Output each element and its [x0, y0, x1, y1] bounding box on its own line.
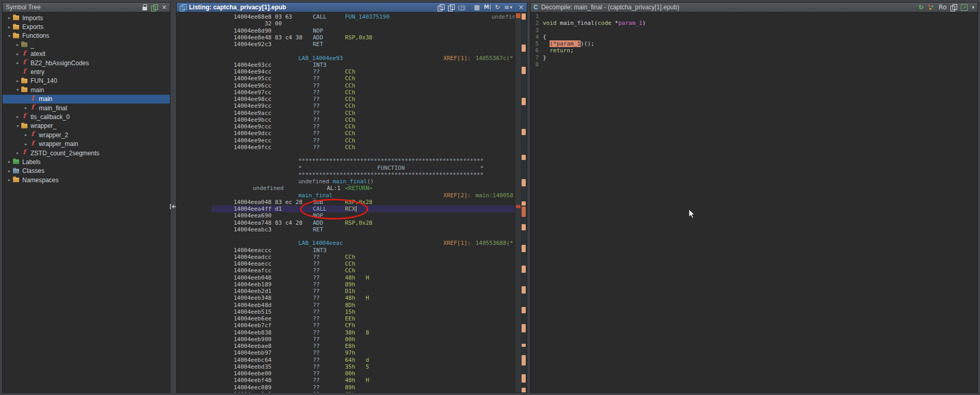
symbol-tree-titlebar[interactable]: Symbol Tree ×	[3, 3, 170, 12]
tree-expand-icon[interactable]: ▸	[6, 169, 13, 173]
tree-expand-icon[interactable]: ▸	[22, 106, 30, 110]
listing-row[interactable]: LAB_14004eeac XREF[1]: 140553688(*	[177, 240, 516, 246]
tree-item[interactable]: ▸ Classes	[3, 167, 170, 175]
listing-row[interactable]: 14004ee94 cc ?? CCh	[177, 68, 516, 75]
code-line[interactable]: 7 }	[534, 54, 977, 61]
listing-row[interactable]: 14004eeb3 48 ?? 48h H	[177, 295, 516, 301]
listing-row[interactable]: 14004eeb2 d1 ?? D1h	[177, 288, 516, 295]
listing-row[interactable]: ****************************************…	[177, 171, 516, 178]
listing-row[interactable]: 14004eebb 97 ?? 97h	[177, 349, 516, 356]
menu-icon[interactable]: ≡ ▾	[504, 4, 512, 10]
listing-row[interactable]: 14004ee9a cc ?? CCh	[177, 110, 516, 116]
tree-item[interactable]: ▸ atexit	[3, 50, 170, 58]
listing-row[interactable]	[177, 233, 516, 240]
tree-expand-icon[interactable]: ▸	[6, 16, 13, 20]
tree-expand-icon[interactable]: ▾	[14, 87, 21, 92]
listing-row[interactable]: 14004eea4 ff d1 CALL RCX	[177, 206, 516, 212]
tree-item[interactable]: ▸ tls_callback_0	[3, 112, 170, 121]
tree-item[interactable]: ▾ wrapper_	[3, 122, 170, 130]
listing-row[interactable]: 14004eebf 48 ?? 48h H	[177, 377, 516, 384]
listing-row[interactable]: 14004ee96 cc ?? CCh	[177, 82, 516, 89]
tree-expand-icon[interactable]: ▸	[22, 142, 30, 147]
chevron-down-icon[interactable]: ▾	[972, 4, 974, 10]
tree-expand-icon[interactable]: ▸	[14, 114, 21, 119]
listing-row[interactable]: 14004eeab c3 RET	[177, 226, 516, 233]
listing-row[interactable]: 14004ee93 cc INT3	[177, 62, 516, 68]
listing-row[interactable]: 14004ee92 c3 RET	[177, 41, 516, 48]
listing-row[interactable]: 14004eeba e8 ?? E8h	[177, 343, 516, 349]
code-line[interactable]: 1	[534, 13, 977, 20]
camera-icon[interactable]	[458, 6, 465, 10]
tree-item[interactable]: ▸ wrapper_2	[3, 130, 170, 139]
xref-address[interactable]: main:140058	[475, 192, 513, 199]
tree-item[interactable]: ▸ wrapper_main	[3, 139, 170, 148]
tree-item[interactable]: ▸ Exports	[3, 22, 170, 31]
listing-scrollbar[interactable]	[515, 12, 521, 392]
listing-row[interactable]: undefined main_final()	[177, 178, 516, 185]
listing-row[interactable]: 14004eec0 89 ?? 89h	[177, 384, 516, 391]
tree-expand-icon[interactable]: ▸	[6, 159, 13, 164]
listing-row[interactable]: 14004ee9d cc ?? CCh	[177, 130, 516, 137]
tree-item[interactable]: ▸ Labels	[3, 157, 170, 166]
tree-expand-icon[interactable]: ▾	[6, 34, 13, 38]
tree-item[interactable]: ▾ main	[3, 85, 170, 94]
listing-row[interactable]: 14004ee8e 48 83 c4 38 ADD RSP,0x38	[177, 34, 516, 41]
tree-item[interactable]: ▸ FUN_140	[3, 77, 170, 85]
listing-row[interactable]: ****************************************…	[177, 157, 516, 164]
listing-row[interactable]: 14004eeb9 00 ?? 00h	[177, 336, 516, 343]
code-line[interactable]: 6 return ;	[534, 47, 977, 54]
listing-row[interactable]: 14004eebe 00 ?? 00h	[177, 370, 516, 377]
xref-address[interactable]: 140553688(*	[475, 240, 513, 246]
listing-row[interactable]: 14004ee9c cc ?? CCh	[177, 123, 516, 130]
code-line[interactable]: 3	[534, 27, 977, 34]
tree-item[interactable]: entry	[3, 67, 170, 76]
highlighted-token[interactable]: (*param_1	[550, 40, 581, 47]
listing-row[interactable]: 14004ee95 cc ?? CCh	[177, 75, 516, 82]
tree-item[interactable]: main	[3, 95, 170, 104]
tree-item[interactable]: ▸ ZSTD_count_2segments	[3, 149, 170, 157]
listing-row[interactable]: 14004ee9f cc ?? CCh	[177, 144, 516, 151]
listing-row[interactable]: 14004eeb5 15 ?? 15h	[177, 309, 516, 315]
decompile-titlebar[interactable]: C Decompile: main_final - (captcha_priva…	[530, 3, 977, 12]
copy-icon[interactable]	[950, 4, 957, 11]
listing-row[interactable]: undefined AL:1 <RETURN>	[177, 185, 516, 192]
listing-row[interactable]: 14004ee97 cc ?? CCh	[177, 89, 516, 96]
listing-row[interactable]: 14004eea7 48 83 c4 28 ADD RSP,0x28	[177, 220, 516, 226]
listing-row[interactable]: 14004ee88 e8 03 63 CALL FUN_140375190 un…	[177, 13, 516, 20]
listing-row[interactable]: 14004ee99 cc ?? CCh	[177, 103, 516, 109]
snapshot-icon[interactable]	[151, 4, 157, 11]
listing-row[interactable]: LAB_14004ee93 XREF[1]: 14055367c(*	[177, 55, 516, 62]
memory-margin-icon[interactable]: M	[484, 4, 491, 10]
listing-row[interactable]: 14004eebd 35 ?? 35h 5	[177, 363, 516, 370]
tree-expand-icon[interactable]: ▸	[14, 52, 21, 56]
tree-expand-icon[interactable]: ▸	[14, 61, 21, 65]
listing-row[interactable]: 14004eebc 64 ?? 64h d	[177, 357, 516, 363]
tree-expand-icon[interactable]: ▸	[14, 151, 21, 155]
listing-row[interactable]: 14004eeac cc INT3	[177, 247, 516, 254]
tree-item[interactable]: ▸ _	[3, 40, 170, 49]
tree-item[interactable]: ▸ main_final	[3, 104, 170, 112]
lock-icon[interactable]	[142, 4, 147, 10]
tree-expand-icon[interactable]: ▾	[14, 124, 21, 128]
listing-row[interactable]: 14004eeb4 8d ?? 8Dh	[177, 302, 516, 309]
refresh-icon[interactable]: ↻	[495, 4, 500, 10]
clone-icon[interactable]	[448, 4, 454, 11]
listing-row[interactable]	[177, 48, 516, 54]
tree-expand-icon[interactable]: ▸	[6, 178, 13, 182]
listing-row[interactable]: 14004ee9e cc ?? CCh	[177, 137, 516, 144]
tree-item[interactable]: ▸ Namespaces	[3, 175, 170, 184]
duplicate-icon[interactable]	[438, 4, 444, 11]
code-line[interactable]: 5 (*param_1 )();	[534, 40, 977, 47]
listing-row[interactable]: 14004eec1 c1 ?? C1h	[177, 391, 516, 392]
listing-overview-margin[interactable]	[521, 12, 527, 392]
code-line[interactable]: 8	[534, 61, 977, 68]
listing-row[interactable]: main_final XREF[2]: main:140058	[177, 192, 516, 199]
listing-row[interactable]: 32 00	[177, 20, 516, 27]
rename-icon[interactable]: Ro	[939, 4, 946, 10]
table-icon[interactable]: ▦	[474, 4, 480, 10]
listing-row[interactable]: 14004eeb6 ee ?? EEh	[177, 315, 516, 322]
listing-row[interactable]: 14004eeae cc ?? CCh	[177, 260, 516, 267]
listing-row[interactable]: 14004ee9b cc ?? CCh	[177, 116, 516, 123]
xref-address[interactable]: 14055367c(*	[475, 55, 513, 62]
panel-splitter[interactable]	[170, 2, 176, 393]
